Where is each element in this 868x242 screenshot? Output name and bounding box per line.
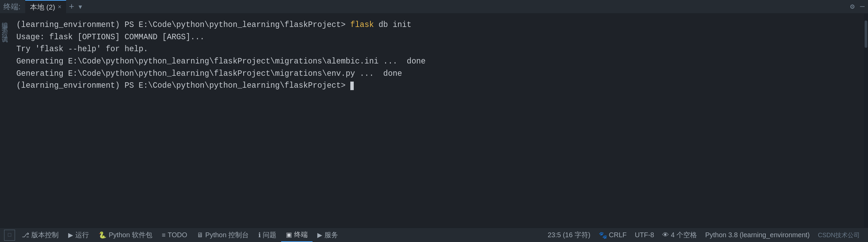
tab-actions: + ▾	[69, 1, 83, 12]
scrollbar-thumb[interactable]	[865, 20, 867, 48]
add-tab-button[interactable]: +	[69, 2, 74, 12]
services-icon: ▶	[317, 231, 322, 239]
terminal-line-5: Generating E:\Code\python\python_learnin…	[16, 68, 857, 80]
status-item-todo[interactable]: ≡ TODO	[157, 228, 192, 242]
tab-title: 本地 (2)	[30, 2, 55, 12]
terminal-tab[interactable]: 本地 (2) ×	[25, 0, 66, 14]
indent-label: 4 个空格	[671, 230, 697, 240]
settings-icon[interactable]: ⚙	[850, 2, 855, 11]
tab-bar-right: ⚙ —	[850, 2, 865, 11]
terminal-label: 终端:	[3, 2, 20, 12]
status-item-console[interactable]: 🖥 Python 控制台	[192, 228, 254, 242]
console-label: Python 控制台	[205, 230, 249, 240]
status-item-run[interactable]: ▶ 运行	[63, 228, 94, 242]
watermark: CSDN技术公司	[814, 231, 864, 239]
packages-label: Python 软件包	[109, 230, 152, 240]
services-label: 服务	[324, 230, 338, 240]
line-ending-label: CRLF	[609, 231, 627, 239]
terminal-cursor	[350, 82, 354, 90]
todo-label: TODO	[168, 231, 187, 239]
terminal-status-label: 终端	[294, 230, 308, 239]
run-label: 运行	[75, 230, 89, 240]
status-item-terminal[interactable]: ▣ 终端	[281, 228, 313, 242]
cursor-position[interactable]: 23:5 (16 字符)	[544, 230, 595, 240]
terminal-line-1: (learning_environment) PS E:\Code\python…	[16, 19, 857, 31]
packages-icon: 🐍	[98, 231, 107, 239]
line-ending-icon: 🐾	[599, 231, 607, 239]
problems-icon: ℹ	[258, 231, 261, 239]
main-area: 编辑 书签 运行 调试 (learning_environment) PS E:…	[0, 14, 868, 228]
encoding-label: UTF-8	[635, 231, 654, 239]
cursor-position-label: 23:5 (16 字符)	[548, 230, 591, 240]
todo-icon: ≡	[162, 231, 166, 239]
problems-label: 问题	[263, 230, 276, 240]
status-item-problems[interactable]: ℹ 问题	[254, 228, 281, 242]
status-bar-right: 23:5 (16 字符) 🐾 CRLF UTF-8 👁 4 个空格 Python…	[544, 230, 864, 240]
terminal-line-2: Usage: flask [OPTIONS] COMMAND [ARGS]...	[16, 31, 857, 44]
left-sidebar: 编辑 书签 运行 调试	[0, 14, 10, 228]
flask-keyword: flask	[350, 20, 374, 29]
tab-dropdown-button[interactable]: ▾	[78, 1, 83, 12]
indent[interactable]: 👁 4 个空格	[658, 230, 701, 240]
git-label: 版本控制	[31, 230, 59, 240]
prompt-1: (learning_environment) PS E:\Code\python…	[16, 20, 350, 29]
prompt-2: (learning_environment) PS E:\Code\python…	[16, 81, 350, 90]
status-bar: □ ⎇ 版本控制 ▶ 运行 🐍 Python 软件包 ≡ TODO 🖥 Pyth…	[0, 228, 868, 242]
encoding[interactable]: UTF-8	[631, 231, 658, 239]
minimize-icon[interactable]: —	[860, 2, 865, 11]
terminal-line-4: Generating E:\Code\python\python_learnin…	[16, 56, 857, 68]
git-icon: ⎇	[22, 231, 29, 239]
terminal-output[interactable]: (learning_environment) PS E:\Code\python…	[10, 14, 864, 228]
console-icon: 🖥	[197, 231, 203, 239]
tab-close-button[interactable]: ×	[58, 3, 62, 11]
run-icon: ▶	[68, 231, 73, 239]
scrollbar[interactable]	[864, 14, 868, 228]
tab-bar: 终端: 本地 (2) × + ▾ ⚙ —	[0, 0, 868, 14]
terminal-icon: ▣	[286, 231, 292, 239]
watermark-label: CSDN技术公司	[818, 231, 860, 239]
terminal-line-6: (learning_environment) PS E:\Code\python…	[16, 80, 857, 92]
bottom-left-square-icon[interactable]: □	[4, 230, 15, 241]
line-ending[interactable]: 🐾 CRLF	[595, 231, 631, 239]
python-interpreter[interactable]: Python 3.8 (learning_environment)	[701, 231, 814, 239]
python-interpreter-label: Python 3.8 (learning_environment)	[705, 231, 810, 239]
indent-icon: 👁	[662, 231, 669, 239]
status-item-services[interactable]: ▶ 服务	[313, 228, 343, 242]
status-item-git[interactable]: ⎇ 版本控制	[17, 228, 63, 242]
command-args-1: db init	[374, 20, 411, 29]
terminal-line-3: Try 'flask --help' for help.	[16, 43, 857, 56]
status-item-packages[interactable]: 🐍 Python 软件包	[94, 228, 157, 242]
